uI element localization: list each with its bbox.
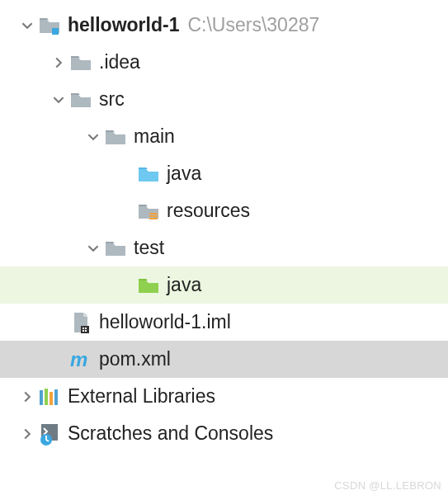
test-folder-icon [137, 274, 160, 297]
chevron-right-icon [51, 55, 66, 70]
chevron-right-icon [20, 389, 35, 404]
chevron-down-icon [51, 92, 66, 107]
tree-row-pom[interactable]: m pom.xml [0, 341, 448, 378]
chevron-down-icon [20, 18, 35, 33]
tree-row-label: .idea [99, 51, 140, 73]
folder-icon [69, 88, 92, 111]
tree-row-main-resources[interactable]: resources [0, 192, 448, 229]
svg-rect-13 [54, 389, 58, 405]
tree-row-label: helloworld-1.iml [99, 311, 231, 333]
iml-file-icon [69, 311, 92, 334]
tree-row-idea[interactable]: .idea [0, 44, 448, 81]
tree-row-label: main [134, 125, 175, 148]
folder-icon [104, 125, 127, 148]
svg-rect-12 [50, 392, 53, 405]
chevron-down-icon [86, 130, 101, 144]
resources-folder-icon [137, 200, 160, 223]
maven-file-icon: m [69, 348, 92, 371]
watermark: CSDN @LL.LEBRON [334, 479, 441, 492]
tree-row-iml[interactable]: helloworld-1.iml [0, 304, 448, 341]
tree-row-test[interactable]: test [0, 229, 448, 266]
svg-rect-6 [85, 328, 87, 329]
tree-row-label: Scratches and Consoles [68, 422, 273, 445]
tree-row-label: resources [167, 200, 250, 222]
tree-row-label: External Libraries [68, 385, 215, 408]
svg-rect-3 [149, 218, 158, 219]
tree-row-label: test [134, 237, 164, 259]
source-folder-icon [137, 163, 160, 186]
chevron-down-icon [86, 241, 101, 256]
libraries-icon [38, 385, 61, 408]
tree-row-label: pom.xml [99, 348, 171, 370]
tree-row-external-libraries[interactable]: External Libraries [0, 378, 448, 415]
svg-rect-8 [85, 330, 87, 332]
module-folder-icon [38, 14, 61, 37]
svg-rect-11 [45, 389, 48, 405]
svg-rect-0 [52, 28, 59, 35]
chevron-right-icon [20, 427, 35, 441]
project-tree: helloworld-1 C:\Users\30287 .idea src [0, 0, 448, 452]
tree-row-label: src [99, 88, 125, 111]
tree-row-scratches[interactable]: Scratches and Consoles [0, 415, 448, 452]
tree-row-label: java [167, 163, 201, 185]
svg-rect-4 [81, 326, 89, 333]
svg-rect-5 [83, 328, 84, 329]
tree-row-test-java[interactable]: java [0, 266, 448, 304]
svg-rect-10 [40, 390, 43, 405]
tree-row-label: helloworld-1 [68, 14, 179, 36]
tree-row-root[interactable]: helloworld-1 C:\Users\30287 [0, 7, 448, 44]
folder-icon [69, 51, 92, 74]
svg-rect-7 [83, 330, 84, 332]
tree-row-path: C:\Users\30287 [187, 14, 319, 36]
svg-rect-1 [149, 213, 158, 214]
folder-icon [104, 237, 127, 260]
svg-rect-2 [149, 215, 158, 217]
scratches-icon [38, 422, 61, 446]
tree-row-src[interactable]: src [0, 81, 448, 118]
tree-row-main[interactable]: main [0, 118, 448, 155]
tree-row-main-java[interactable]: java [0, 155, 448, 192]
tree-row-label: java [167, 274, 201, 296]
svg-text:m: m [70, 349, 87, 370]
